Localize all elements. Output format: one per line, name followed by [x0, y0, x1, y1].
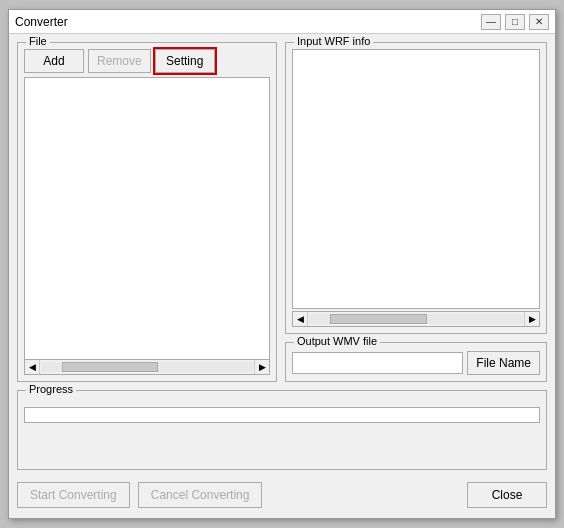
output-path-input[interactable]	[292, 352, 463, 374]
input-wrf-label: Input WRF info	[294, 35, 373, 47]
input-wrf-group: Input WRF info ◀ ▶	[285, 42, 547, 334]
wrf-info-area[interactable]	[292, 49, 540, 309]
close-button[interactable]: Close	[467, 482, 547, 508]
file-group: File Add Remove Setting ◀ ▶	[17, 42, 277, 382]
progress-group: Progress	[17, 390, 547, 470]
minimize-button[interactable]: —	[481, 14, 501, 30]
right-section: Input WRF info ◀ ▶ Output WMV file	[285, 42, 547, 382]
scroll-right-arrow[interactable]: ▶	[254, 360, 269, 374]
main-window: Converter — □ ✕ File Add Remove Setting	[8, 9, 556, 519]
progress-bar-container	[24, 407, 540, 423]
title-bar-controls: — □ ✕	[481, 14, 549, 30]
close-window-button[interactable]: ✕	[529, 14, 549, 30]
cancel-converting-button[interactable]: Cancel Converting	[138, 482, 263, 508]
wrf-horizontal-scrollbar[interactable]: ◀ ▶	[292, 311, 540, 327]
file-buttons: Add Remove Setting	[24, 49, 270, 73]
wrf-scroll-right-arrow[interactable]: ▶	[524, 312, 539, 326]
bottom-buttons: Start Converting Cancel Converting Close	[17, 478, 547, 510]
scroll-track[interactable]	[41, 362, 253, 372]
setting-button[interactable]: Setting	[155, 49, 215, 73]
scroll-thumb[interactable]	[62, 362, 157, 372]
add-button[interactable]: Add	[24, 49, 84, 73]
window-content: File Add Remove Setting ◀ ▶	[9, 34, 555, 518]
output-row: File Name	[292, 351, 540, 375]
wrf-scroll-track[interactable]	[309, 314, 523, 324]
wrf-scroll-left-arrow[interactable]: ◀	[293, 312, 308, 326]
wrf-scroll-thumb[interactable]	[330, 314, 426, 324]
file-list-container: ◀ ▶	[24, 77, 270, 375]
scroll-left-arrow[interactable]: ◀	[25, 360, 40, 374]
file-group-label: File	[26, 35, 50, 47]
output-wmv-label: Output WMV file	[294, 335, 380, 347]
title-bar: Converter — □ ✕	[9, 10, 555, 34]
file-list-horizontal-scrollbar[interactable]: ◀ ▶	[24, 359, 270, 375]
bottom-left-buttons: Start Converting Cancel Converting	[17, 482, 262, 508]
file-list[interactable]	[24, 77, 270, 359]
file-name-button[interactable]: File Name	[467, 351, 540, 375]
maximize-button[interactable]: □	[505, 14, 525, 30]
start-converting-button[interactable]: Start Converting	[17, 482, 130, 508]
output-wmv-group: Output WMV file File Name	[285, 342, 547, 382]
remove-button[interactable]: Remove	[88, 49, 151, 73]
top-section: File Add Remove Setting ◀ ▶	[17, 42, 547, 382]
progress-label: Progress	[26, 383, 76, 395]
window-title: Converter	[15, 15, 481, 29]
